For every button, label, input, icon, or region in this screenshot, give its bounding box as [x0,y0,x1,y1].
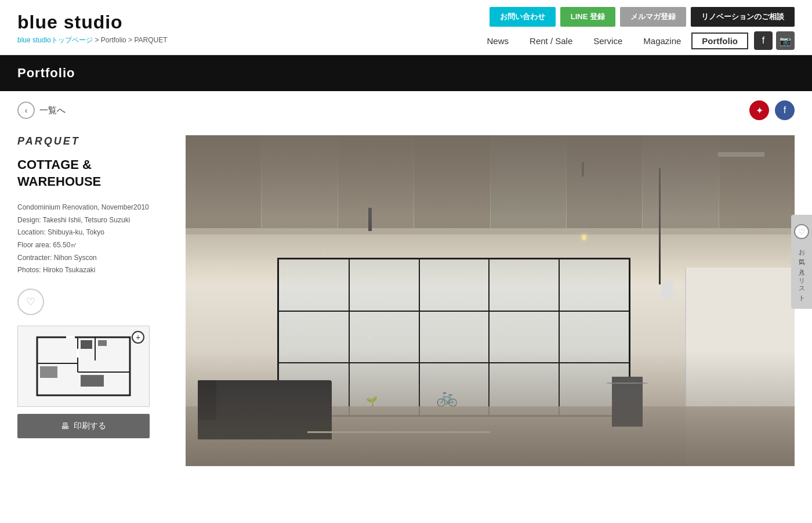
floor-plan-svg [31,331,136,401]
breadcrumb-portfolio[interactable]: Portfolio [101,36,126,44]
detail-line-4: Floor area: 65.50㎡ [17,239,168,252]
breadcrumb-current[interactable]: PARQUET [134,36,167,44]
project-details: Condominium Renovation, November2010 Des… [17,201,168,277]
side-tab-heart-icon: ♡ [794,224,809,239]
project-title: COTTAGE & WAREHOUSE [17,157,168,190]
series-label: PARQUET [17,135,168,147]
nav-rent-sale[interactable]: Rent / Sale [519,33,583,49]
nav-news[interactable]: News [477,33,520,49]
detail-line-1: Condominium Renovation, November2010 [17,201,168,214]
left-panel: PARQUET COTTAGE & WAREHOUSE Condominium … [17,135,168,466]
print-button[interactable]: 🖶 印刷する [17,414,150,438]
instagram-icon[interactable]: 📷 [776,31,795,50]
svg-rect-5 [81,340,92,349]
breadcrumb: blue studioトップページ > Portfolio > PARQUET [17,35,168,45]
logo-area: blue studio blue studioトップページ > Portfoli… [17,12,168,45]
line-button[interactable]: LINE 登録 [560,7,615,27]
detail-line-2: Design: Takeshi Ishii, Tetsuro Suzuki [17,214,168,227]
detail-line-6: Photos: Hiroko Tsukazaki [17,264,168,277]
back-arrow-icon: ‹ [17,102,35,119]
floor-plan-zoom-button[interactable]: + [132,331,144,344]
heart-icon: ♡ [26,295,35,308]
share-icons: ✦ f [749,100,795,120]
top-buttons: お問い合わせ LINE 登録 メルマガ登録 リノベーションのご相談 [490,7,795,27]
page-header: blue studio blue studioトップページ > Portfoli… [0,0,812,55]
main-content: PARQUET COTTAGE & WAREHOUSE Condominium … [0,135,812,489]
banner-title: Portfolio [17,66,75,80]
main-image: 🌿 🌱 🚲 [186,135,795,466]
room-photo: 🌿 🌱 🚲 [186,135,795,466]
detail-line-5: Contracter: Nihon Syscon [17,252,168,265]
nav-service[interactable]: Service [583,33,633,49]
magazine-button[interactable]: メルマガ登録 [620,7,686,27]
svg-rect-6 [98,340,107,346]
floor-plan[interactable]: + [17,326,150,407]
nav-portfolio[interactable]: Portfolio [691,33,748,49]
heart-outline-icon: ♡ [798,227,806,236]
svg-rect-7 [40,366,57,378]
back-nav: ‹ 一覧へ ✦ f [0,91,812,129]
main-nav: News Rent / Sale Service Magazine Portfo… [477,31,795,50]
pinterest-share-button[interactable]: ✦ [749,100,769,120]
header-right: お問い合わせ LINE 登録 メルマガ登録 リノベーションのご相談 News R… [477,7,795,50]
facebook-share-button[interactable]: f [775,100,795,120]
social-links: f 📷 [754,31,795,50]
svg-rect-8 [81,375,104,387]
detail-line-3: Location: Shibuya-ku, Tokyo [17,226,168,239]
nav-magazine[interactable]: Magazine [633,33,691,49]
back-link[interactable]: ‹ 一覧へ [17,102,66,119]
right-panel: 🌿 🌱 🚲 [186,135,795,466]
favorite-side-tab[interactable]: ♡ お気に入りリスト [791,215,812,309]
back-link-text: 一覧へ [39,105,66,116]
floor-plan-image [18,326,149,406]
logo[interactable]: blue studio [17,12,168,33]
side-tab-label: お気に入りリスト [798,245,806,300]
renovation-button[interactable]: リノベーションのご相談 [691,7,795,27]
contact-button[interactable]: お問い合わせ [490,7,556,27]
breadcrumb-home[interactable]: blue studioトップページ [17,36,93,44]
favorite-button[interactable]: ♡ [17,288,44,315]
facebook-icon[interactable]: f [754,31,773,50]
portfolio-banner: Portfolio [0,55,812,91]
print-icon: 🖶 [61,421,69,431]
print-label: 印刷する [74,421,106,431]
